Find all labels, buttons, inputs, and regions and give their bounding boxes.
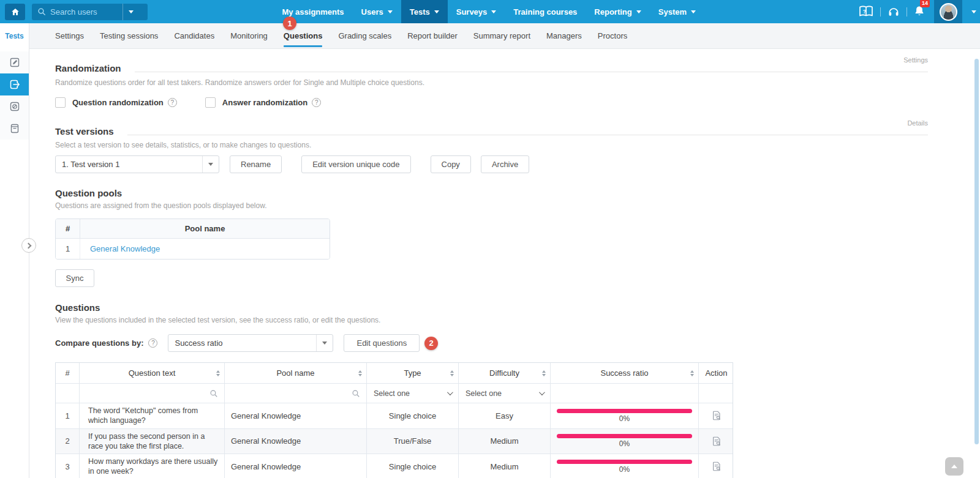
success-ratio-cell: 0% [550, 403, 698, 428]
difficulty: Easy [458, 403, 550, 428]
randomization-section-header: Randomization Settings [55, 63, 928, 74]
difficulty-filter-select[interactable]: Select one [458, 384, 550, 403]
compare-value: Success ratio [168, 338, 316, 348]
sync-button[interactable]: Sync [55, 269, 94, 287]
row-index: 3 [56, 454, 79, 478]
type-filter-select[interactable]: Select one [366, 384, 458, 403]
question-text-filter[interactable] [79, 384, 224, 403]
avatar [940, 3, 957, 21]
column-header-pool-name[interactable]: Pool name [224, 363, 366, 383]
table-header-row: # Question text Pool name Type Difficult… [56, 363, 733, 383]
menu-item-system[interactable]: System [650, 0, 704, 23]
sidebar-item-edit[interactable] [0, 51, 29, 73]
help-icon[interactable]: ? [312, 98, 321, 107]
search-icon [37, 7, 46, 16]
help-icon[interactable]: ? [148, 338, 157, 348]
compare-label: Compare questions by: [55, 338, 143, 348]
filter-empty [698, 384, 734, 403]
knowledge-base-icon[interactable]: ? [859, 6, 873, 18]
menu-item-surveys[interactable]: Surveys [448, 0, 505, 23]
table-row: 3 How many workdays are there usually in… [56, 454, 733, 478]
home-button[interactable] [5, 4, 25, 20]
question-randomization-checkbox[interactable] [55, 97, 66, 108]
main-menu: My assignments Users Tests Surveys Train… [273, 0, 704, 23]
randomization-settings-link[interactable]: Settings [903, 56, 928, 64]
menu-item-reporting[interactable]: Reporting [586, 0, 649, 23]
pool-name: General Knowledge [224, 403, 366, 428]
preview-document-icon [711, 461, 722, 472]
question-text-filter-input[interactable] [86, 389, 209, 398]
tab-managers[interactable]: Managers [538, 23, 590, 49]
column-header-index[interactable]: # [56, 363, 79, 383]
success-ratio-value: 0% [557, 414, 692, 423]
archive-button[interactable]: Archive [481, 155, 529, 173]
column-header-question-text[interactable]: Question text [79, 363, 224, 383]
chevron-down-icon [388, 10, 393, 13]
question-randomization-option: Question randomization ? [55, 97, 177, 108]
pool-name-filter-input[interactable] [231, 389, 352, 398]
menu-item-users[interactable]: Users [353, 0, 401, 23]
blocked-icon [9, 100, 21, 113]
tab-settings[interactable]: Settings [47, 23, 92, 49]
table-filter-row: Select one Select one [56, 383, 733, 403]
preview-question-button[interactable] [698, 454, 734, 478]
copy-button[interactable]: Copy [431, 155, 471, 173]
test-versions-details-link[interactable]: Details [907, 119, 928, 127]
pencil-square-icon [9, 56, 21, 69]
search-scope-dropdown[interactable] [123, 4, 139, 20]
chevron-down-icon [316, 335, 333, 351]
column-header-type[interactable]: Type [366, 363, 458, 383]
success-ratio-bar [557, 460, 692, 464]
sidebar-item-archive[interactable] [0, 118, 29, 140]
edit-version-code-button[interactable]: Edit version unique code [301, 155, 410, 173]
notifications-button[interactable]: 14 [914, 5, 925, 19]
pool-name-link[interactable]: General Knowledge [80, 239, 330, 259]
preview-question-button[interactable] [698, 429, 734, 454]
column-header-difficulty[interactable]: Difficulty [458, 363, 550, 383]
answer-randomization-checkbox[interactable] [205, 97, 216, 108]
tab-candidates[interactable]: Candidates [166, 23, 222, 49]
rename-button[interactable]: Rename [230, 155, 282, 173]
question-pools-table: # Pool name 1 General Knowledge [55, 218, 330, 260]
sidebar-expand-button[interactable] [21, 238, 36, 253]
menu-item-training-courses[interactable]: Training courses [505, 0, 586, 23]
section-subtitle: Randomize questions order for all test t… [55, 78, 928, 87]
sort-icon [450, 370, 454, 376]
chevron-down-icon [434, 10, 439, 13]
section-title: Randomization [55, 63, 121, 74]
table-row: 2 If you pass the second person in a rac… [56, 428, 733, 454]
preview-question-button[interactable] [698, 403, 734, 428]
scroll-to-top-button[interactable] [945, 457, 963, 476]
menu-item-tests[interactable]: Tests [401, 0, 448, 23]
question-type: True/False [366, 429, 458, 454]
divider [907, 7, 907, 17]
tab-grading-scales[interactable]: Grading scales [330, 23, 399, 49]
edit-questions-button[interactable]: Edit questions [344, 334, 420, 352]
tab-monitoring[interactable]: Monitoring [222, 23, 276, 49]
vertical-scrollbar[interactable] [974, 59, 979, 444]
sidebar-item-blocked[interactable] [0, 95, 29, 118]
sidebar-item-publish[interactable] [0, 73, 29, 95]
pool-name-filter[interactable] [224, 384, 366, 403]
help-icon[interactable]: ? [168, 98, 177, 107]
tab-proctors[interactable]: Proctors [590, 23, 635, 49]
compare-by-select[interactable]: Success ratio [168, 334, 333, 352]
success-ratio-cell: 0% [550, 454, 698, 478]
search-input[interactable] [50, 7, 123, 17]
divider [127, 135, 928, 135]
user-search-box[interactable] [32, 4, 148, 20]
row-index: 2 [56, 429, 79, 454]
tab-testing-sessions[interactable]: Testing sessions [92, 23, 166, 49]
chevron-down-icon [129, 10, 134, 13]
section-subtitle: Select a test version to see details, st… [55, 141, 928, 149]
question-type: Single choice [366, 403, 458, 428]
tab-summary-report[interactable]: Summary report [466, 23, 538, 49]
difficulty: Medium [458, 454, 550, 478]
sort-icon [690, 370, 694, 376]
account-menu[interactable] [934, 0, 962, 23]
notification-count-badge: 14 [920, 0, 930, 7]
test-version-select[interactable]: 1. Test version 1 [55, 155, 219, 173]
support-headset-icon[interactable] [888, 6, 900, 18]
tab-report-builder[interactable]: Report builder [399, 23, 466, 49]
column-header-success-ratio[interactable]: Success ratio [550, 363, 698, 383]
